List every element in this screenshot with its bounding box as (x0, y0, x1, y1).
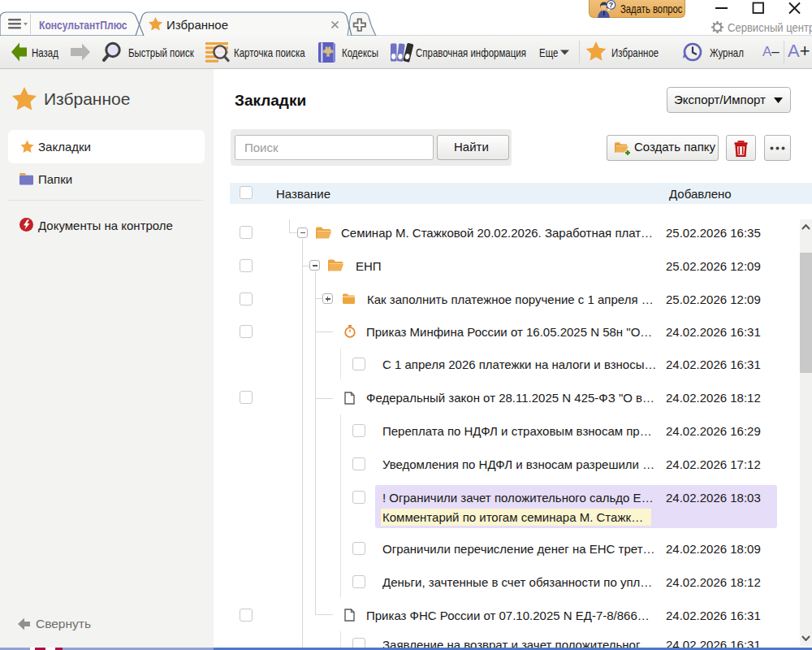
svg-text:?: ? (609, 0, 614, 9)
